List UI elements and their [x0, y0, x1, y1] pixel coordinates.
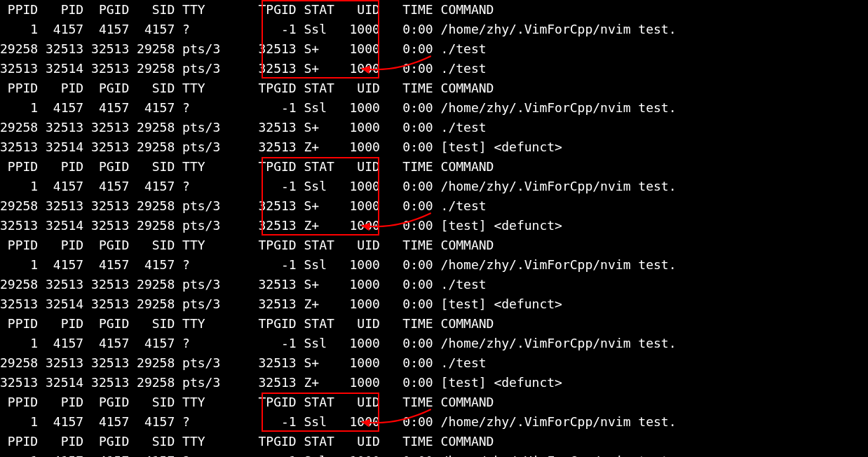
- annotation-arrow-icon: [0, 0, 868, 457]
- terminal-output: PPID PID PGID SID TTY TPGID STAT UID TIM…: [0, 0, 868, 457]
